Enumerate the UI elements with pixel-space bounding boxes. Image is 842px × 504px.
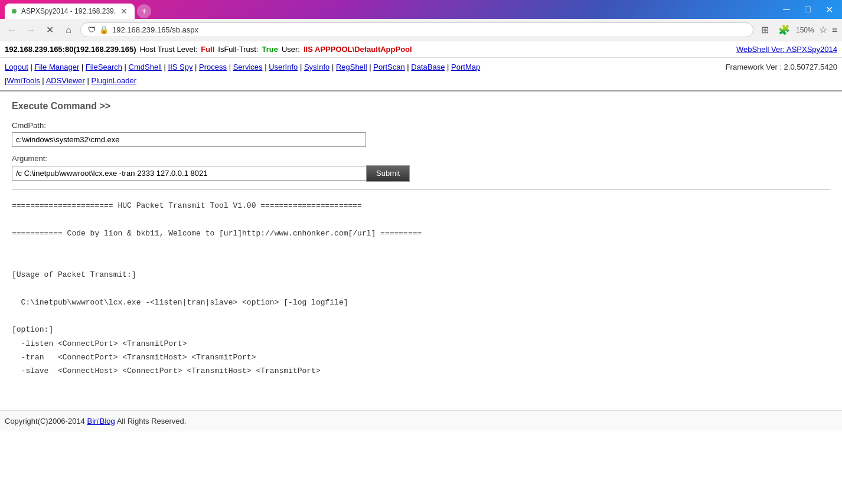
bookmark-star-icon[interactable]: ☆ [819,24,827,35]
cmdpath-group: CmdPath: [12,121,830,147]
minimize-button[interactable]: ─ [778,4,795,15]
url-text: 192.168.239.165/sb.aspx [112,25,198,34]
user-label: User: [282,45,300,54]
framework-version: Framework Ver : 2.0.50727.5420 [726,60,837,74]
webshell-version-link[interactable]: WebShell Ver: ASPXSpy2014 [736,45,837,54]
nav-userinfo[interactable]: UserInfo [269,63,298,71]
nav-regshell[interactable]: RegShell [336,63,367,71]
footer-prefix: Copyright(C)2006-2014 [5,417,87,426]
security-shield-icon: 🛡 [88,25,96,34]
url-bar[interactable]: 🛡 🔒 192.168.239.165/sb.aspx [80,22,753,37]
nav-links: Framework Ver : 2.0.50727.5420 Logout | … [0,58,842,91]
divider [12,189,830,189]
extensions-icon[interactable]: 🧩 [777,23,791,37]
user-value: IIS APPPOOL\DefaultAppPool [303,45,412,54]
close-window-button[interactable]: ✕ [821,4,837,15]
trust-label: Host Trust Level: [140,45,198,54]
tab-title: ASPXSpy2014 - 192.168.239. [21,7,116,15]
footer-suffix: All Rights Reserved. [115,417,187,426]
output-line8: C:\inetpub\wwwroot\lcx.exe -<listen|tran… [12,298,348,307]
active-tab[interactable]: ASPXSpy2014 - 192.168.239. ✕ [5,4,135,19]
nav-cmdshell[interactable]: CmdShell [129,63,162,71]
nav-pluginloader[interactable]: PluginLoader [91,76,136,85]
back-button[interactable]: ← [5,23,19,37]
host-value: 192.168.239.165:80(192.168.239.165) [5,45,136,54]
output-line1: ====================== HUC Packet Transm… [12,201,362,210]
output-line12: -tran <ConnectPort> <TransmitHost> <Tran… [12,353,256,362]
tab-close-button[interactable]: ✕ [120,6,128,16]
output-line3: =========== Code by lion & bkb11, Welcom… [12,229,422,238]
nav-logout[interactable]: Logout [5,63,28,71]
nav-database[interactable]: DataBase [411,63,445,71]
cmdpath-label: CmdPath: [12,121,830,130]
page-footer: Copyright(C)2006-2014 Bin'Blog All Right… [0,410,842,431]
nav-iis-spy[interactable]: IIS Spy [168,63,193,71]
tab-favicon [12,9,17,14]
nav-adsviewer[interactable]: ADSViewer [46,76,85,85]
nav-file-manager[interactable]: File Manager [34,63,79,71]
zoom-level: 150% [796,26,814,34]
main-content: Execute Command >> CmdPath: Argument: Su… [0,91,842,410]
trust-value: Full [201,45,214,54]
address-bar: ← → ✕ ⌂ 🛡 🔒 192.168.239.165/sb.aspx ⊞ 🧩 … [0,19,842,41]
grid-icon[interactable]: ⊞ [758,23,772,37]
browser-menu-button[interactable]: ≡ [832,25,837,35]
nav-sysinfo[interactable]: SysInfo [304,63,329,71]
submit-button[interactable]: Submit [366,165,410,182]
output-line5 [12,256,17,265]
output-line7 [12,284,17,293]
command-output: ====================== HUC Packet Transm… [12,199,830,378]
section-title: Execute Command >> [12,101,830,112]
home-button[interactable]: ⌂ [61,23,76,37]
fulltrust-value: True [262,45,278,54]
refresh-button[interactable]: ✕ [43,23,57,37]
forward-button[interactable]: → [24,23,38,37]
output-line13: -slave <ConnectHost> <ConnectPort> <Tran… [12,366,321,375]
argument-row: Submit [12,165,830,182]
nav-services[interactable]: Services [233,63,263,71]
output-line10: [option:] [12,325,53,334]
nav-portmap[interactable]: PortMap [451,63,480,71]
browser-chrome: ASPXSpy2014 - 192.168.239. ✕ + ─ □ ✕ [0,0,842,19]
window-controls: ─ □ ✕ [778,4,837,19]
footer-blog-link[interactable]: Bin'Blog [87,417,115,426]
lock-icon: 🔒 [99,25,109,34]
maximize-button[interactable]: □ [799,4,816,15]
status-bar: 192.168.239.165:80(192.168.239.165) Host… [0,41,842,58]
page-content: 192.168.239.165:80(192.168.239.165) Host… [0,41,842,431]
output-line2 [12,215,17,224]
status-info: 192.168.239.165:80(192.168.239.165) Host… [5,45,412,54]
output-line4 [12,243,17,251]
new-tab-button[interactable]: + [137,4,151,18]
nav-wmitools[interactable]: WmiTools [6,76,40,85]
nav-process[interactable]: Process [199,63,227,71]
cmdpath-input[interactable] [12,132,366,147]
nav-portscan[interactable]: PortScan [373,63,404,71]
argument-input[interactable] [12,166,366,181]
argument-label: Argument: [12,154,830,163]
argument-group: Argument: Submit [12,154,830,182]
tab-bar: ASPXSpy2014 - 192.168.239. ✕ + ─ □ ✕ [5,4,837,19]
fulltrust-label: IsFull-Trust: [218,45,258,54]
output-line6: [Usage of Packet Transmit:] [12,270,136,279]
nav-filesearch[interactable]: FileSearch [86,63,122,71]
output-line9 [12,312,17,320]
output-line11: -listen <ConnectPort> <TransmitPort> [12,339,187,348]
